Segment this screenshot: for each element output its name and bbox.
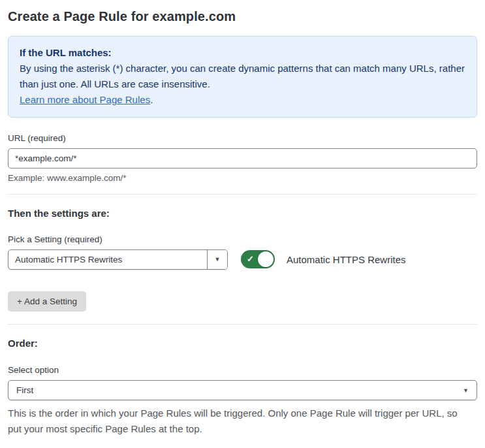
order-help-text: This is the order in which your Page Rul… (8, 406, 471, 437)
url-input[interactable] (8, 148, 477, 168)
setting-toggle-group: ✓ Automatic HTTPS Rewrites (241, 250, 406, 268)
settings-section-heading: Then the settings are: (8, 208, 477, 219)
automatic-https-rewrites-toggle[interactable]: ✓ (241, 250, 275, 268)
order-select[interactable]: First ▼ (8, 380, 477, 400)
setting-row: Pick a Setting (required) Automatic HTTP… (8, 234, 477, 270)
page-title: Create a Page Rule for example.com (8, 9, 477, 24)
url-field-label: URL (required) (8, 133, 477, 143)
divider (8, 324, 477, 325)
setting-select-button[interactable]: ▼ (207, 250, 227, 269)
order-section-heading: Order: (8, 338, 477, 349)
order-select-label: Select option (8, 365, 477, 375)
link-suffix: . (150, 94, 153, 105)
url-matches-info-box: If the URL matches: By using the asteris… (8, 36, 477, 118)
create-page-rule-form: Create a Page Rule for example.com If th… (0, 0, 485, 448)
toggle-knob (258, 251, 274, 267)
chevron-down-icon: ▼ (463, 387, 469, 393)
setting-select-value: Automatic HTTPS Rewrites (8, 250, 207, 269)
toggle-label: Automatic HTTPS Rewrites (287, 254, 406, 265)
pick-setting-label: Pick a Setting (required) (8, 234, 228, 244)
info-box-body: By using the asterisk (*) character, you… (20, 61, 465, 92)
add-setting-button[interactable]: + Add a Setting (8, 291, 86, 312)
chevron-down-icon: ▼ (215, 257, 221, 263)
divider (8, 194, 477, 195)
info-box-heading: If the URL matches: (20, 45, 465, 61)
check-icon: ✓ (247, 255, 254, 263)
url-example-hint: Example: www.example.com/* (8, 173, 477, 183)
learn-more-link[interactable]: Learn more about Page Rules (20, 94, 150, 105)
info-box-link-line: Learn more about Page Rules. (20, 92, 465, 108)
setting-picker-column: Pick a Setting (required) Automatic HTTP… (8, 234, 228, 270)
setting-select[interactable]: Automatic HTTPS Rewrites ▼ (8, 249, 228, 270)
order-select-value: First (16, 385, 33, 395)
